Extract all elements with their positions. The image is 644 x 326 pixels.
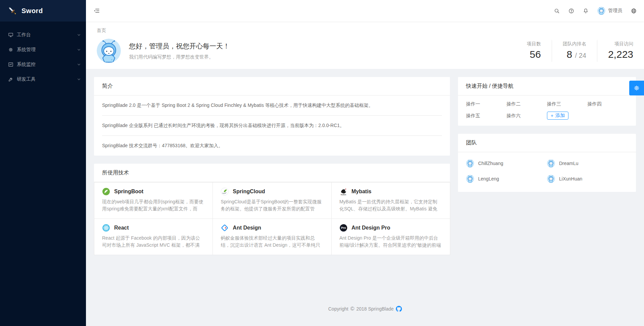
sidebar-item-label: 系统管理 [17,47,77,53]
tech-cell-ant-design-pro: Pro Ant Design Pro Ant Design Pro 是一个企业级… [331,218,450,255]
user-avatar [597,7,605,15]
chevron-down-icon [77,78,81,81]
member-avatar [547,175,555,183]
member-avatar [466,159,474,167]
gear-icon [8,47,13,52]
ant-design-pro-icon: Pro [339,224,348,232]
username: 管理员 [608,8,622,14]
team-member[interactable]: LengLeng [466,175,547,183]
copyright-icon: © [350,306,354,312]
chevron-down-icon [77,33,81,37]
app-title: Sword [21,7,43,15]
stats: 项目数 56 团队内排名 8 / 24 项目访问 2,223 [516,40,633,62]
greeting-title: 您好，管理员，祝您开心每一天！ [129,41,516,51]
tech-card: 所使用技术 SpringBoot 现在的web项目几乎都会用到spring框架，… [94,164,450,255]
wrench-icon [8,77,13,82]
tech-cell-mybatis: MyBatis Mybatis MyBatis 是一款优秀的持久层框架，它支持定… [331,182,450,218]
svg-text:MyBatis: MyBatis [340,194,346,196]
tech-cell-springboot: SpringBoot 现在的web项目几乎都会用到spring框架，而要使用sp… [94,182,213,218]
settings-gear-icon [633,85,640,91]
quick-link-2[interactable]: 操作二 [507,100,547,108]
content: 简介 SpringBlade 2.0 是一个基于 Spring Boot 2 &… [86,69,644,263]
quick-link-5[interactable]: 操作五 [466,112,507,119]
bell-icon[interactable] [583,8,589,14]
menu-fold-icon [93,7,100,14]
intro-item: SpringBlade 企业版系列 已通过长时间生产环境的考验，现将其拆分出基础… [102,116,442,136]
greeting-motto: 我们用代码编写梦想，用梦想改变世界。 [129,54,516,60]
add-button[interactable]: + 添加 [547,112,568,120]
team-card-title: 团队 [458,134,636,152]
sidebar-item-label: 工作台 [17,32,77,38]
tech-cell-ant-design: Ant Design 蚂蚁金服体验技术部经过大量的项目实践和总结，沉淀出设计语言… [213,218,331,255]
greeting-avatar [97,39,121,63]
footer: Copyright © 2018 SpringBlade [86,306,644,321]
chevron-down-icon [77,63,81,66]
team-member[interactable]: DreamLu [547,159,628,167]
github-icon[interactable] [396,306,402,312]
springboot-icon [102,188,110,196]
team-member[interactable]: ChillZhuang [466,159,547,167]
help-icon[interactable] [568,8,574,14]
sidebar-fold-button[interactable] [86,0,107,22]
team-member[interactable]: LiXunHuan [547,175,628,183]
tech-cell-springcloud: SpringCloud SpringCloud是基于SpringBoot的一整套… [213,182,331,218]
svg-text:Pro: Pro [341,226,346,230]
desktop-icon [8,32,13,38]
stat-projects: 项目数 56 [516,40,552,62]
search-icon[interactable] [554,8,560,14]
sidebar-item-workbench[interactable]: 工作台 [0,28,86,42]
monitor-chart-icon [8,62,13,67]
sidebar-item-system-monitor[interactable]: 系统监控 [0,58,86,71]
intro-item: SpringBlade 2.0 是一个基于 Spring Boot 2 & Sp… [102,95,442,116]
intro-card-title: 简介 [94,77,450,95]
sidebar-item-dev-tools[interactable]: 研发工具 [0,73,86,86]
intro-card: 简介 SpringBlade 2.0 是一个基于 Spring Boot 2 &… [94,77,450,156]
ant-design-icon [221,224,229,232]
stat-team-rank: 团队内排名 8 / 24 [552,40,597,62]
breadcrumb[interactable]: 首页 [97,27,106,34]
app-logo[interactable]: Sword [0,0,86,22]
page-header: 首页 您好，管理员，祝您开心每一天！ 我们用代码编写梦想，用梦想改变世界。 项目… [86,22,644,69]
app-layout: Sword 工作台 系统管理 [0,0,644,326]
member-avatar [466,175,474,183]
member-avatar [547,159,555,167]
quick-nav-title: 快速开始 / 便捷导航 [458,77,636,95]
plus-icon: + [551,113,553,118]
sidebar-item-label: 系统监控 [17,62,77,68]
main-area: 管理员 首页 您好，管理员，祝您开心每一天！ 我们用代码编写梦想，用梦想改变世界… [86,0,644,326]
user-menu[interactable]: 管理员 [597,7,622,15]
tech-card-title: 所使用技术 [94,164,450,182]
mybatis-icon: MyBatis [339,188,348,196]
copyright-text: Copyright [328,306,348,312]
sword-logo-icon [7,6,17,16]
footer-text: 2018 SpringBlade [356,306,394,312]
globe-icon[interactable] [631,8,637,14]
topbar: 管理员 [86,0,644,22]
chevron-down-icon [77,48,81,51]
sidebar-item-system-management[interactable]: 系统管理 [0,43,86,56]
intro-item: SpringBlade 技术交流群号：477853168。欢迎大家加入。 [102,136,442,156]
quick-link-1[interactable]: 操作一 [466,100,507,108]
team-card: 团队 ChillZhuang DreamLu LengLeng [458,134,636,192]
tech-cell-react: React React 起源于 Facebook 的内部项目，因为该公司对市场上… [94,218,213,255]
sidebar: Sword 工作台 系统管理 [0,0,86,326]
sidebar-item-label: 研发工具 [17,76,77,82]
quick-nav-card: 快速开始 / 便捷导航 操作一 操作二 操作三 操作四 操作五 操作六 + 添加 [458,77,636,126]
stat-visits: 项目访问 2,223 [597,40,633,62]
topbar-actions: 管理员 [554,7,644,15]
theme-settings-button[interactable] [629,81,644,95]
tech-grid: SpringBoot 现在的web项目几乎都会用到spring框架，而要使用sp… [94,182,450,255]
springcloud-icon [221,188,229,196]
react-icon [102,224,110,232]
sidebar-menu: 工作台 系统管理 系统监控 [0,22,86,87]
quick-link-3[interactable]: 操作三 [547,100,588,108]
quick-link-4[interactable]: 操作四 [588,100,628,108]
quick-link-6[interactable]: 操作六 [507,112,547,119]
